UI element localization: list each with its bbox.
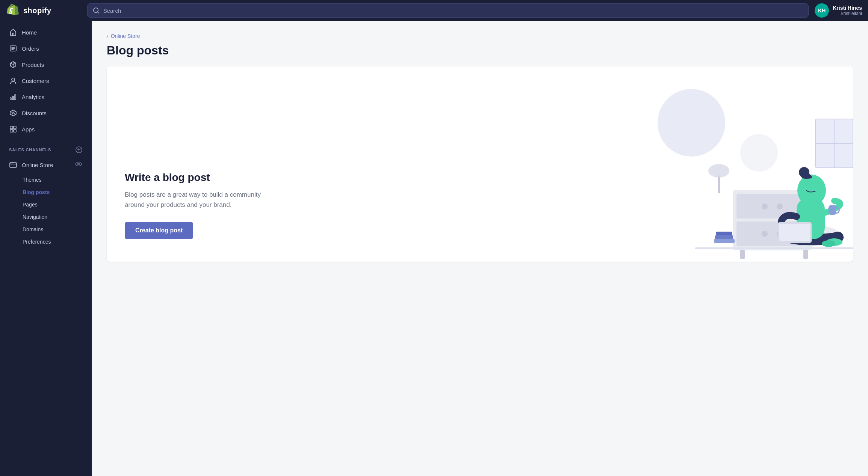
sales-channels-header: SALES CHANNELS bbox=[3, 140, 89, 156]
svg-rect-9 bbox=[14, 126, 16, 129]
discounts-icon bbox=[9, 109, 17, 117]
svg-point-39 bbox=[822, 240, 835, 247]
svg-rect-24 bbox=[740, 250, 745, 259]
empty-state-title: Write a blog post bbox=[125, 172, 268, 184]
svg-rect-26 bbox=[695, 247, 853, 249]
preferences-label: Preferences bbox=[23, 239, 51, 245]
sidebar: Home Orders Products bbox=[0, 21, 92, 476]
svg-point-14 bbox=[11, 163, 11, 164]
svg-point-15 bbox=[12, 163, 12, 164]
sidebar-item-domains[interactable]: Domains bbox=[3, 223, 89, 235]
sidebar-item-navigation[interactable]: Navigation bbox=[3, 211, 89, 223]
sidebar-item-blog-posts[interactable]: Blog posts bbox=[3, 186, 89, 198]
svg-point-20 bbox=[762, 203, 768, 209]
svg-rect-34 bbox=[779, 224, 810, 241]
customers-icon bbox=[9, 77, 17, 85]
empty-state-desc: Blog posts are a great way to build a co… bbox=[125, 190, 268, 210]
page-title: Blog posts bbox=[107, 44, 853, 57]
svg-rect-25 bbox=[803, 250, 808, 259]
svg-point-22 bbox=[762, 231, 768, 237]
sidebar-item-themes[interactable]: Themes bbox=[3, 174, 89, 186]
svg-point-2 bbox=[12, 78, 15, 81]
pages-label: Pages bbox=[23, 202, 38, 208]
themes-label: Themes bbox=[23, 177, 42, 183]
sidebar-label-analytics: Analytics bbox=[22, 94, 44, 100]
content-area: ‹ Online Store Blog posts Write a blog p… bbox=[92, 21, 868, 476]
sidebar-label-customers: Customers bbox=[22, 78, 49, 84]
svg-point-16 bbox=[78, 163, 80, 165]
svg-rect-40 bbox=[714, 239, 735, 243]
top-nav: shopify KH Kristi Hines kristileilani bbox=[0, 0, 868, 21]
avatar: KH bbox=[815, 3, 829, 18]
svg-point-28 bbox=[708, 164, 729, 178]
user-name: Kristi Hines bbox=[833, 5, 862, 11]
svg-rect-27 bbox=[718, 175, 720, 193]
sidebar-label-discounts: Discounts bbox=[22, 110, 47, 116]
breadcrumb-parent[interactable]: Online Store bbox=[111, 33, 140, 39]
domains-label: Domains bbox=[23, 226, 43, 232]
products-icon bbox=[9, 60, 17, 69]
add-channel-button[interactable] bbox=[75, 146, 83, 154]
main-layout: Home Orders Products bbox=[0, 21, 868, 476]
svg-rect-4 bbox=[12, 96, 14, 100]
online-store-left: Online Store bbox=[9, 161, 53, 169]
create-blog-post-button[interactable]: Create blog post bbox=[125, 222, 193, 239]
user-info: Kristi Hines kristileilani bbox=[833, 5, 862, 16]
svg-rect-8 bbox=[10, 126, 13, 129]
breadcrumb-arrow: ‹ bbox=[107, 33, 109, 39]
svg-rect-3 bbox=[10, 98, 11, 100]
sidebar-item-online-store[interactable]: Online Store bbox=[3, 156, 89, 173]
sidebar-item-orders[interactable]: Orders bbox=[3, 41, 89, 56]
analytics-icon bbox=[9, 93, 17, 101]
sidebar-item-customers[interactable]: Customers bbox=[3, 73, 89, 89]
svg-point-6 bbox=[12, 112, 13, 113]
sidebar-label-products: Products bbox=[22, 62, 44, 68]
svg-rect-37 bbox=[829, 205, 836, 215]
svg-rect-11 bbox=[14, 130, 16, 132]
home-icon bbox=[9, 28, 17, 36]
logo-area[interactable]: shopify bbox=[6, 4, 81, 17]
svg-rect-5 bbox=[15, 95, 16, 100]
sidebar-item-pages[interactable]: Pages bbox=[3, 199, 89, 211]
sidebar-item-apps[interactable]: Apps bbox=[3, 121, 89, 137]
search-icon bbox=[93, 7, 100, 14]
svg-rect-41 bbox=[715, 235, 733, 239]
sidebar-item-analytics[interactable]: Analytics bbox=[3, 89, 89, 105]
empty-state-content: Write a blog post Blog posts are a great… bbox=[125, 172, 268, 239]
sidebar-label-apps: Apps bbox=[22, 126, 35, 133]
svg-point-36 bbox=[799, 167, 809, 178]
blog-illustration bbox=[695, 74, 853, 262]
online-store-label: Online Store bbox=[22, 162, 53, 168]
logo-text: shopify bbox=[23, 6, 51, 15]
svg-point-35 bbox=[797, 175, 826, 206]
empty-state-card: Write a blog post Blog posts are a great… bbox=[107, 66, 853, 262]
shopify-logo-icon bbox=[6, 4, 20, 17]
search-input[interactable] bbox=[103, 8, 803, 14]
svg-point-21 bbox=[777, 203, 783, 209]
user-email: kristileilani bbox=[833, 11, 862, 16]
navigation-label: Navigation bbox=[23, 214, 47, 220]
sidebar-label-orders: Orders bbox=[22, 45, 39, 52]
sales-channels-label: SALES CHANNELS bbox=[9, 148, 51, 152]
svg-point-7 bbox=[14, 113, 15, 114]
sidebar-item-home[interactable]: Home bbox=[3, 24, 89, 40]
sidebar-item-discounts[interactable]: Discounts bbox=[3, 105, 89, 121]
svg-rect-10 bbox=[10, 130, 13, 132]
sidebar-label-home: Home bbox=[22, 29, 37, 36]
online-store-icon bbox=[9, 161, 17, 169]
breadcrumb[interactable]: ‹ Online Store bbox=[107, 33, 853, 39]
search-bar[interactable] bbox=[87, 3, 809, 18]
sidebar-item-preferences[interactable]: Preferences bbox=[3, 236, 89, 248]
apps-icon bbox=[9, 125, 17, 133]
eye-icon[interactable] bbox=[74, 160, 83, 170]
sidebar-item-products[interactable]: Products bbox=[3, 57, 89, 72]
user-area[interactable]: KH Kristi Hines kristileilani bbox=[815, 3, 862, 18]
blog-posts-label: Blog posts bbox=[23, 189, 50, 195]
orders-icon bbox=[9, 44, 17, 53]
svg-rect-42 bbox=[716, 232, 732, 235]
